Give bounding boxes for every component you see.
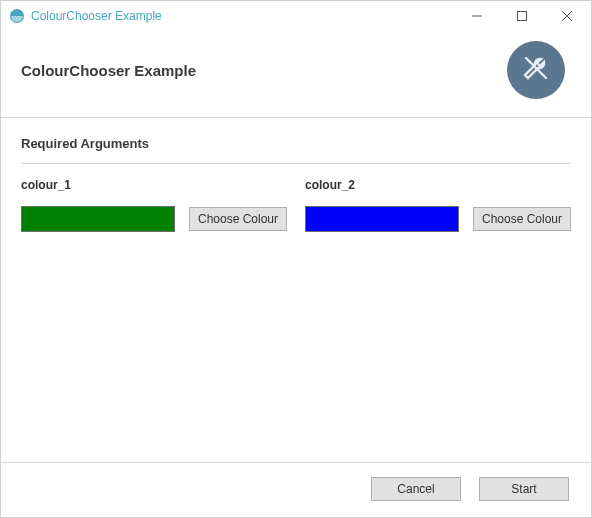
window-title: ColourChooser Example: [31, 9, 454, 23]
svg-rect-2: [517, 12, 526, 21]
colour-1-swatch[interactable]: [21, 206, 175, 232]
titlebar: ColourChooser Example: [1, 1, 591, 31]
choose-colour-2-button[interactable]: Choose Colour: [473, 207, 571, 231]
svg-line-7: [526, 58, 530, 62]
maximize-button[interactable]: [499, 2, 544, 30]
cancel-button[interactable]: Cancel: [371, 477, 461, 501]
colour-2-row: Choose Colour: [305, 206, 571, 232]
section-title: Required Arguments: [21, 136, 571, 164]
arguments-grid: colour_1 colour_2 Choose Colour Choose C…: [21, 178, 571, 232]
colour-1-row: Choose Colour: [21, 206, 287, 232]
close-button[interactable]: [544, 2, 589, 30]
page-title: ColourChooser Example: [21, 62, 507, 79]
header: ColourChooser Example: [1, 31, 591, 118]
footer: Cancel Start: [1, 463, 591, 517]
app-icon: [9, 8, 25, 24]
choose-colour-1-button[interactable]: Choose Colour: [189, 207, 287, 231]
window-controls: [454, 2, 589, 30]
minimize-button[interactable]: [454, 2, 499, 30]
arg-label-colour-2: colour_2: [305, 178, 571, 192]
settings-icon: [507, 41, 565, 99]
colour-2-swatch[interactable]: [305, 206, 459, 232]
svg-line-6: [543, 75, 546, 78]
start-button[interactable]: Start: [479, 477, 569, 501]
arg-label-colour-1: colour_1: [21, 178, 287, 192]
main-content: Required Arguments colour_1 colour_2 Cho…: [1, 118, 591, 462]
